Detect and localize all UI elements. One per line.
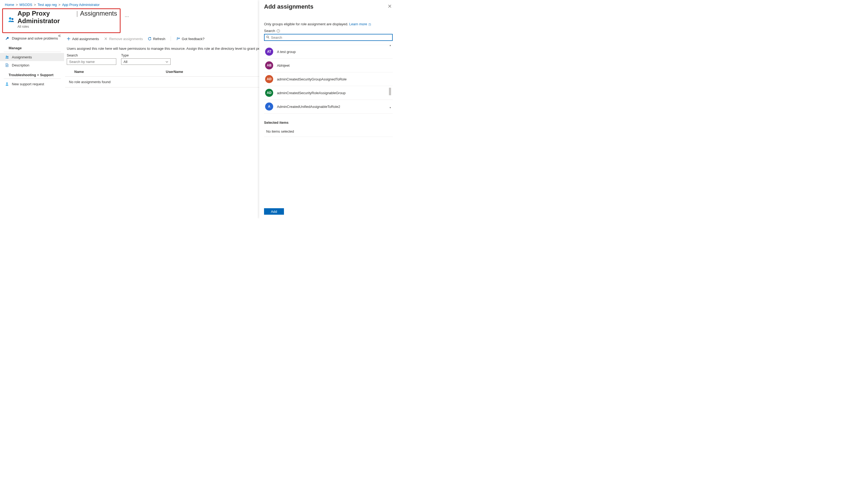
blade-search-input[interactable]: [271, 35, 391, 39]
scrollbar[interactable]: [389, 88, 392, 152]
avatar: AB: [265, 61, 273, 69]
support-icon: [5, 82, 9, 86]
collapse-sidebar-icon[interactable]: [58, 34, 61, 38]
search-icon: [266, 35, 270, 39]
toolbar-label: Got feedback?: [182, 37, 205, 41]
learn-more-link[interactable]: Learn more ◳: [349, 22, 371, 26]
breadcrumb-app-proxy-admin[interactable]: App Proxy Administrator: [62, 3, 100, 7]
toolbar-label: Remove assignments: [109, 37, 143, 41]
type-dropdown[interactable]: All: [121, 58, 170, 65]
add-button[interactable]: Add: [264, 208, 284, 215]
page-subtitle: All roles: [18, 25, 117, 29]
svg-point-5: [177, 38, 178, 39]
sidebar-item-description[interactable]: Description: [0, 61, 64, 69]
selected-items-heading: Selected items: [264, 121, 393, 125]
roles-icon: [8, 16, 15, 23]
svg-point-0: [9, 17, 11, 20]
blade-footer: Add: [264, 205, 393, 219]
x-icon: [104, 37, 108, 41]
remove-assignments-button: Remove assignments: [104, 37, 143, 41]
svg-point-6: [267, 36, 269, 38]
note-text: Only groups eligible for role assignment…: [264, 22, 348, 26]
add-assignments-button[interactable]: Add assignments: [67, 37, 99, 41]
blade-title: Add assignments: [264, 3, 313, 10]
breadcrumb-separator: >: [58, 3, 61, 7]
group-name: adminCreatedSecurityGroupAssignedToRole: [277, 77, 347, 81]
group-row[interactable]: ADadminCreatedSecurityRoleAssignableGrou…: [264, 86, 393, 100]
toolbar-label: Refresh: [153, 37, 165, 41]
refresh-icon: [148, 37, 152, 41]
sidebar-item-label: Description: [12, 63, 29, 67]
avatar: AD: [265, 75, 273, 83]
type-dropdown-value: All: [124, 60, 127, 64]
breadcrumb-msods[interactable]: MSODS: [20, 3, 32, 7]
sidebar-item-label: Assignments: [12, 55, 32, 59]
breadcrumb-separator: >: [34, 3, 36, 7]
external-link-icon: ◳: [368, 23, 371, 26]
scroll-down-icon[interactable]: ▼: [389, 106, 392, 109]
users-icon: [5, 55, 9, 59]
sidebar-heading-manage: Manage: [4, 42, 61, 52]
sidebar-item-diagnose[interactable]: Diagnose and solve problems: [0, 34, 64, 42]
sidebar-item-assignments[interactable]: Assignments: [0, 53, 64, 61]
chevron-down-icon: [165, 60, 168, 63]
sidebar-item-label: Diagnose and solve problems: [12, 36, 58, 40]
breadcrumb-home[interactable]: Home: [5, 3, 14, 7]
avatar: AT: [265, 47, 273, 56]
page-header: App Proxy Administrator | Assignments Al…: [2, 8, 121, 33]
selected-items-empty: No items selected: [264, 127, 393, 137]
page-title-sub: Assignments: [80, 10, 117, 17]
group-row[interactable]: ATA test group: [264, 45, 393, 59]
toolbar-label: Add assignments: [72, 37, 99, 41]
group-name: Abhijeet: [277, 63, 289, 67]
plus-icon: [67, 37, 70, 41]
breadcrumb-test-app-reg[interactable]: Test app reg: [38, 3, 57, 7]
refresh-button[interactable]: Refresh: [148, 37, 165, 41]
group-row[interactable]: ABAbhijeet: [264, 59, 393, 72]
group-row[interactable]: AAdminCreatedUnifiedAssignableToRole2: [264, 100, 393, 114]
scroll-up-icon[interactable]: ▲: [389, 44, 392, 46]
toolbar-separator: [170, 36, 171, 41]
group-row[interactable]: ADadminCreatedSecurityGroupAssignedToRol…: [264, 72, 393, 86]
close-button[interactable]: [387, 3, 393, 10]
search-label: Search: [67, 53, 116, 57]
avatar: AD: [265, 89, 273, 97]
column-name[interactable]: Name: [74, 70, 160, 74]
document-icon: [5, 63, 9, 67]
svg-point-3: [7, 56, 8, 57]
feedback-button[interactable]: Got feedback?: [176, 37, 205, 41]
svg-point-1: [11, 18, 13, 20]
group-name: A test group: [277, 50, 296, 54]
title-separator: |: [76, 10, 78, 17]
blade-search-box[interactable]: [264, 34, 393, 41]
eligibility-note: Only groups eligible for role assignment…: [264, 22, 393, 26]
avatar: A: [265, 102, 273, 110]
svg-point-4: [6, 82, 7, 84]
sidebar: Diagnose and solve problems Manage Assig…: [0, 33, 64, 219]
blade-search-label: Search i: [264, 29, 393, 33]
page-title-main: App Proxy Administrator: [18, 10, 74, 25]
feedback-icon: [176, 37, 180, 41]
wrench-icon: [5, 36, 9, 40]
svg-point-2: [6, 56, 7, 57]
add-assignments-blade: Add assignments Only groups eligible for…: [259, 0, 398, 219]
sidebar-heading-support: Troubleshooting + Support: [4, 69, 61, 79]
info-icon[interactable]: i: [277, 29, 280, 33]
search-input[interactable]: [67, 58, 116, 65]
group-name: adminCreatedSecurityRoleAssignableGroup: [277, 91, 346, 95]
sidebar-item-new-support[interactable]: New support request: [0, 80, 64, 88]
breadcrumb-separator: >: [16, 3, 18, 7]
more-button[interactable]: ⋯: [125, 14, 129, 19]
groups-list: ATA test groupABAbhijeetADadminCreatedSe…: [264, 45, 393, 114]
group-name: AdminCreatedUnifiedAssignableToRole2: [277, 105, 340, 109]
type-label: Type: [121, 53, 170, 57]
sidebar-item-label: New support request: [12, 82, 44, 86]
